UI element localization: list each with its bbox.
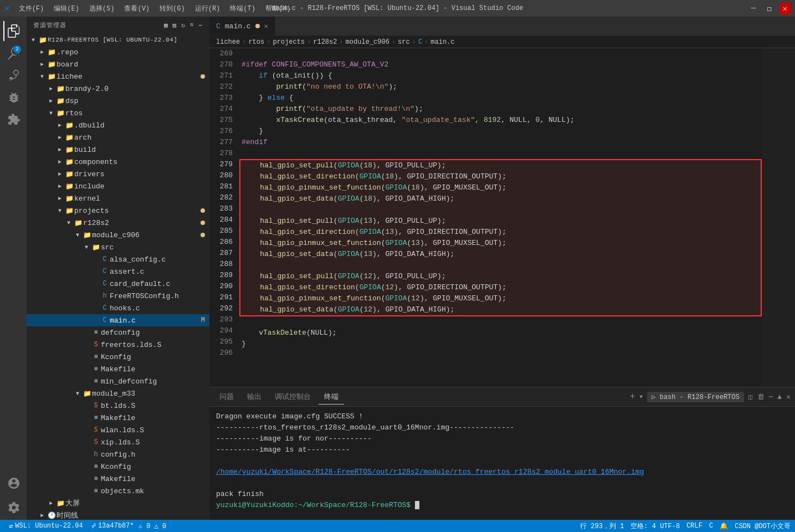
tree-item-main[interactable]: C main.c M: [27, 314, 209, 326]
menu-view[interactable]: 查看(V): [120, 2, 154, 16]
activity-scm[interactable]: [3, 65, 23, 85]
status-line-col[interactable]: 行 293，列 1: [580, 521, 624, 531]
status-branch[interactable]: ☍ 13a47b87*: [92, 522, 134, 530]
tree-item-xip-lds[interactable]: S xip.lds.S: [27, 436, 209, 448]
tree-item-min-defconfig[interactable]: ■ min_defconfig: [27, 375, 209, 387]
status-errors[interactable]: ⚠ 0 △ 0: [139, 522, 166, 530]
window-controls[interactable]: ─ ◻ ✕: [748, 3, 791, 14]
tree-item-freertos-lds[interactable]: S freertos.lds.S: [27, 339, 209, 351]
menu-edit[interactable]: 编辑(E): [49, 2, 84, 16]
menu-bar[interactable]: 文件(F) 编辑(E) 选择(S) 查看(V) 转到(G) 运行(R) 终端(T…: [14, 2, 295, 16]
close-terminal-icon[interactable]: ✕: [786, 392, 791, 401]
new-folder-icon[interactable]: ▨: [173, 22, 177, 29]
menu-run[interactable]: 运行(R): [191, 2, 225, 16]
menu-goto[interactable]: 转到(G): [155, 2, 189, 16]
tree-item-timeline[interactable]: ► 🕐 时间线: [27, 509, 209, 520]
sidebar-header-icons[interactable]: ▦ ▨ ↻ ≡ ⋯: [164, 22, 203, 29]
tree-item-assert[interactable]: C assert.c: [27, 265, 209, 278]
status-wsl[interactable]: ⇄ WSL: Ubuntu-22.04: [4, 520, 88, 532]
code-content[interactable]: #ifdef CONFIG_COMPONENTS_AW_OTA_V2 if (o…: [237, 48, 762, 387]
board-folder-icon: 📁: [47, 60, 57, 69]
split-terminal-icon[interactable]: ◫: [748, 392, 753, 401]
tree-root[interactable]: ▼ 📁 R128-FREERTOS [WSL: UBUNTU-22.04]: [27, 34, 209, 46]
tree-item-board[interactable]: ► 📁 board: [27, 58, 209, 70]
bc-c-icon[interactable]: C: [418, 38, 422, 46]
tree-item-objects-mk[interactable]: ■ objects.mk: [27, 485, 209, 497]
tree-item-src[interactable]: ▼ 📁 src: [27, 241, 209, 253]
tree-item-makefile2[interactable]: ■ Makefile: [27, 412, 209, 424]
tab-close-icon[interactable]: ✕: [264, 22, 268, 30]
menu-terminal[interactable]: 终端(T): [225, 2, 260, 16]
status-spaces[interactable]: 空格: 4 UTF-8: [630, 521, 680, 531]
tree-item-dsp[interactable]: ► 📁 dsp: [27, 95, 209, 107]
minimize-button[interactable]: ─: [748, 3, 759, 14]
tree-item-r128s2[interactable]: ▼ 📁 r128s2: [27, 217, 209, 229]
maximize-button[interactable]: ◻: [763, 3, 775, 14]
tree-item-wlan-lds[interactable]: S wlan.lds.S: [27, 424, 209, 436]
tree-item-projects[interactable]: ▼ 📁 projects: [27, 204, 209, 217]
tab-main-c[interactable]: C main.c ✕: [209, 17, 275, 35]
tree-item-bt-lds[interactable]: S bt.lds.S: [27, 400, 209, 412]
tree-item-hooks[interactable]: C hooks.c: [27, 302, 209, 314]
tree-item-dbuild[interactable]: ► 📁 .dbuild: [27, 119, 209, 131]
tree-item-include[interactable]: ► 📁 include: [27, 180, 209, 192]
menu-file[interactable]: 文件(F): [14, 2, 49, 16]
bc-lichee[interactable]: lichee: [216, 38, 240, 46]
tree-item-components[interactable]: ► 📁 components: [27, 156, 209, 168]
tree-item-module-c906[interactable]: ▼ 📁 module_c906: [27, 229, 209, 241]
activity-search[interactable]: 2: [3, 43, 23, 63]
tree-item-kconfig2[interactable]: ■ Kconfig: [27, 461, 209, 473]
add-terminal-icon[interactable]: +: [630, 392, 635, 402]
freertos-lds-icon: S: [91, 341, 101, 349]
tree-item-makefile3[interactable]: ■ Makefile: [27, 473, 209, 485]
status-notifications[interactable]: 🔔: [720, 522, 728, 530]
trash-icon[interactable]: 🗑: [757, 393, 765, 401]
bc-main-c[interactable]: main.c: [430, 38, 454, 46]
new-file-icon[interactable]: ▦: [164, 22, 168, 29]
tree-item-drivers[interactable]: ► 📁 drivers: [27, 168, 209, 180]
maximize-terminal-icon[interactable]: ▲: [777, 393, 782, 401]
tree-item-kconfig1[interactable]: ■ Kconfig: [27, 351, 209, 363]
more-icon[interactable]: ⋯: [198, 22, 203, 29]
menu-select[interactable]: 选择(S): [85, 2, 119, 16]
tab-output[interactable]: 输出: [242, 390, 267, 404]
tree-item-brandy[interactable]: ► 📁 brandy-2.0: [27, 83, 209, 95]
tree-item-alsa-config[interactable]: C alsa_config.c: [27, 253, 209, 265]
bc-module-c906[interactable]: module_c906: [346, 38, 389, 46]
collapse-icon[interactable]: ≡: [190, 22, 194, 29]
terminal-more-icon[interactable]: ⋯: [769, 392, 773, 401]
tree-item-card-default[interactable]: C card_default.c: [27, 278, 209, 290]
terminal-content[interactable]: Dragon execute image.cfg SUCCESS ! -----…: [209, 407, 795, 520]
status-encoding[interactable]: CRLF: [686, 522, 702, 530]
bc-r128s2[interactable]: r128s2: [313, 38, 337, 46]
tab-debug-console[interactable]: 调试控制台: [269, 390, 316, 404]
activity-account[interactable]: [3, 473, 23, 493]
tree-item-lichee[interactable]: ▼ 📁 lichee: [27, 70, 209, 83]
tree-item-build[interactable]: ► 📁 build: [27, 144, 209, 156]
tree-item-arch[interactable]: ► 📁 arch: [27, 131, 209, 144]
bc-projects[interactable]: projects: [273, 38, 305, 46]
tree-item-repo[interactable]: ► 📁 .repo: [27, 46, 209, 58]
tab-problems[interactable]: 问题: [214, 390, 239, 404]
tree-item-config-h[interactable]: h config.h: [27, 448, 209, 461]
tree-item-kernel[interactable]: ► 📁 kernel: [27, 192, 209, 204]
tree-item-dapin[interactable]: ► 📁 大屏: [27, 497, 209, 509]
tab-terminal[interactable]: 终端: [319, 390, 344, 405]
close-button[interactable]: ✕: [779, 3, 791, 14]
code-editor[interactable]: 269 270 271 272 273 274 275 276 277 278 …: [209, 48, 795, 387]
bc-src[interactable]: src: [398, 38, 410, 46]
activity-debug[interactable]: [3, 88, 23, 108]
activity-explorer[interactable]: [3, 21, 23, 41]
tree-item-makefile1[interactable]: ■ Makefile: [27, 363, 209, 375]
status-lang[interactable]: C: [709, 522, 713, 530]
line-272: printf("no need to OTA!\n");: [242, 81, 762, 93]
bc-rtos[interactable]: rtos: [248, 38, 264, 46]
terminal-dropdown-icon[interactable]: ▼: [639, 394, 643, 400]
activity-settings[interactable]: [3, 498, 23, 518]
refresh-icon[interactable]: ↻: [181, 22, 186, 29]
tree-item-defconfig[interactable]: ■ defconfig: [27, 326, 209, 339]
tree-item-module-m33[interactable]: ▼ 📁 module_m33: [27, 387, 209, 400]
tree-item-freertosconfig[interactable]: h FreeRTOSConfig.h: [27, 290, 209, 302]
tree-item-rtos[interactable]: ▼ 📁 rtos: [27, 107, 209, 119]
activity-extensions[interactable]: [3, 110, 23, 130]
